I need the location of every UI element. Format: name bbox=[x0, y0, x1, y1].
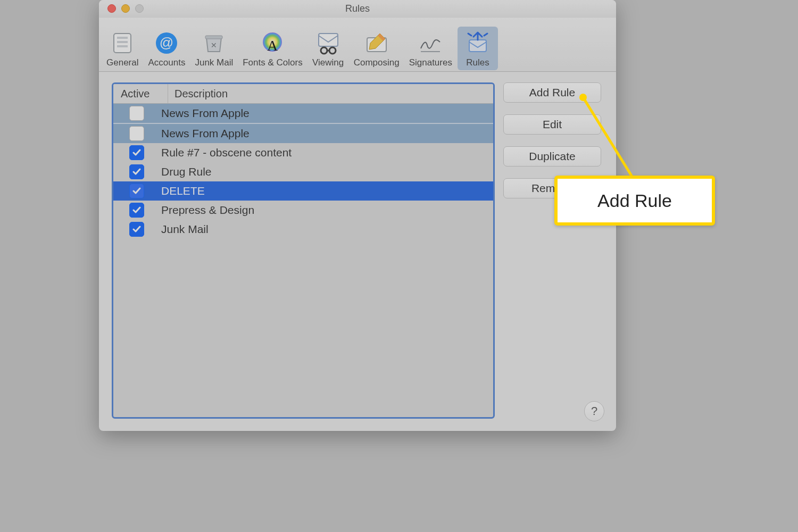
tab-label: Accounts bbox=[148, 57, 185, 68]
duplicate-rule-button[interactable]: Duplicate bbox=[503, 146, 601, 167]
rule-active-checkbox[interactable] bbox=[129, 126, 144, 141]
svg-text:@: @ bbox=[160, 35, 173, 51]
rule-active-checkbox[interactable] bbox=[129, 203, 144, 218]
fonts-colors-icon: A bbox=[259, 30, 286, 56]
column-description-header[interactable]: Description bbox=[168, 88, 228, 100]
add-rule-callout: Add Rule bbox=[554, 176, 715, 226]
callout-label: Add Rule bbox=[597, 190, 672, 211]
composing-icon bbox=[363, 30, 390, 56]
rule-description: Drug Rule bbox=[161, 165, 212, 178]
tab-composing[interactable]: Composing bbox=[350, 27, 404, 70]
rule-description: News From Apple bbox=[161, 107, 250, 120]
svg-rect-3 bbox=[117, 45, 128, 47]
svg-rect-14 bbox=[469, 40, 486, 52]
rule-description: Prepress & Design bbox=[161, 204, 254, 217]
edit-rule-button[interactable]: Edit bbox=[503, 114, 601, 135]
tab-label: Viewing bbox=[312, 57, 344, 68]
rule-row[interactable]: Drug Rule bbox=[113, 162, 493, 181]
accounts-icon: @ bbox=[153, 30, 180, 56]
column-active-header[interactable]: Active bbox=[113, 84, 168, 103]
rule-description: DELETE bbox=[161, 185, 205, 197]
signatures-icon bbox=[417, 30, 444, 56]
rule-description: Junk Mail bbox=[161, 223, 209, 236]
rule-row[interactable]: News From Apple bbox=[113, 104, 493, 123]
svg-rect-1 bbox=[117, 37, 128, 39]
rule-active-checkbox[interactable] bbox=[129, 106, 144, 121]
rule-row[interactable]: Junk Mail bbox=[113, 220, 493, 239]
rules-icon bbox=[464, 30, 491, 56]
svg-point-12 bbox=[329, 47, 336, 54]
tab-fonts-colors[interactable]: A Fonts & Colors bbox=[238, 27, 306, 70]
tab-label: Fonts & Colors bbox=[243, 57, 302, 68]
rules-table[interactable]: Active Description News From AppleNews F… bbox=[112, 82, 495, 419]
rule-row[interactable]: Prepress & Design bbox=[113, 201, 493, 220]
titlebar[interactable]: Rules bbox=[99, 0, 616, 17]
rules-rows: News From AppleNews From AppleRule #7 - … bbox=[113, 104, 493, 239]
viewing-icon bbox=[315, 30, 342, 56]
rule-active-checkbox[interactable] bbox=[129, 222, 144, 237]
rule-active-checkbox[interactable] bbox=[129, 184, 144, 198]
rules-pane: Active Description News From AppleNews F… bbox=[99, 70, 616, 431]
window-title: Rules bbox=[99, 3, 616, 14]
tab-label: Composing bbox=[354, 57, 400, 68]
rule-row[interactable]: News From Apple bbox=[113, 123, 493, 143]
rule-description: Rule #7 - obscene content bbox=[161, 146, 292, 159]
rule-row[interactable]: Rule #7 - obscene content bbox=[113, 143, 493, 162]
rule-description: News From Apple bbox=[161, 127, 250, 140]
tab-signatures[interactable]: Signatures bbox=[405, 27, 456, 70]
preferences-toolbar: General @ Accounts ✕ Junk Mail bbox=[99, 17, 616, 72]
tab-label: Rules bbox=[466, 57, 489, 68]
tab-junk-mail[interactable]: ✕ Junk Mail bbox=[190, 27, 237, 70]
tab-general[interactable]: General bbox=[102, 27, 143, 70]
svg-rect-10 bbox=[319, 34, 338, 46]
tab-viewing[interactable]: Viewing bbox=[308, 27, 348, 70]
svg-rect-6 bbox=[205, 36, 222, 39]
tab-accounts[interactable]: @ Accounts bbox=[144, 27, 189, 70]
rule-row[interactable]: DELETE bbox=[113, 181, 493, 201]
svg-rect-2 bbox=[117, 41, 128, 43]
rule-active-checkbox[interactable] bbox=[129, 145, 144, 160]
svg-text:A: A bbox=[267, 37, 278, 54]
svg-text:✕: ✕ bbox=[211, 41, 217, 49]
help-button[interactable]: ? bbox=[584, 401, 604, 421]
add-rule-button[interactable]: Add Rule bbox=[503, 82, 601, 103]
tab-label: General bbox=[106, 57, 138, 68]
preferences-window: Rules General @ Accounts ✕ Junk Mail bbox=[99, 0, 616, 431]
rule-active-checkbox[interactable] bbox=[129, 164, 144, 179]
tab-rules[interactable]: Rules bbox=[458, 27, 498, 70]
rules-table-header: Active Description bbox=[113, 84, 493, 104]
tab-label: Junk Mail bbox=[195, 57, 233, 68]
svg-point-11 bbox=[321, 47, 327, 54]
junk-mail-icon: ✕ bbox=[201, 30, 227, 56]
tab-label: Signatures bbox=[409, 57, 452, 68]
general-icon bbox=[109, 30, 136, 56]
